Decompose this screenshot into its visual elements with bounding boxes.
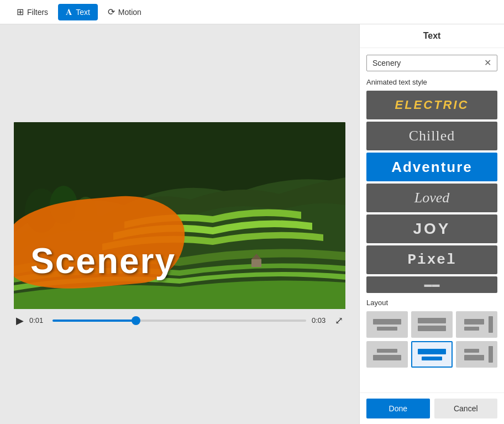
play-icon: ▶ <box>16 315 24 327</box>
layout-bar-sm <box>377 327 398 331</box>
fullscreen-button[interactable]: ⤢ <box>335 315 343 327</box>
text-style-adventure[interactable]: Adventure <box>366 153 497 181</box>
text-label: Text <box>76 8 90 17</box>
video-area: Scenery ▶ 0:01 0:03 ⤢ <box>0 24 359 424</box>
panel-title: Text <box>360 24 504 48</box>
filters-label: Filters <box>27 8 48 17</box>
motion-label: Motion <box>118 8 141 17</box>
search-box: ✕ <box>366 55 497 71</box>
svg-rect-1 <box>251 259 261 267</box>
current-time: 0:01 <box>29 316 47 324</box>
video-background: Scenery <box>14 122 345 309</box>
motion-button[interactable]: ⟳ Motion <box>100 3 149 20</box>
animated-text-style-label: Animated text style <box>366 78 497 86</box>
layout-bar <box>373 355 401 360</box>
motion-icon: ⟳ <box>108 7 115 17</box>
layout-item-3[interactable] <box>456 311 497 338</box>
layout-bar-sm <box>422 357 443 360</box>
text-style-pixel[interactable]: Pixel <box>366 245 497 274</box>
fullscreen-icon: ⤢ <box>335 315 343 326</box>
search-input[interactable] <box>372 59 484 67</box>
seek-thumb[interactable] <box>132 316 140 325</box>
toolbar: ⊞ Filters 𝐀 Text ⟳ Motion <box>0 0 504 24</box>
text-style-electric[interactable]: ELECTRIC <box>366 91 497 119</box>
layout-grid <box>366 311 497 368</box>
layout-item-5[interactable] <box>411 341 453 368</box>
text-style-chilled[interactable]: Chilled <box>366 122 497 150</box>
layout-item-1[interactable] <box>366 311 408 338</box>
main-layout: Scenery ▶ 0:01 0:03 ⤢ Text <box>0 24 504 424</box>
filters-button[interactable]: ⊞ Filters <box>9 3 56 20</box>
video-controls: ▶ 0:01 0:03 ⤢ <box>14 315 345 327</box>
right-panel: Text ✕ Animated text style ELECTRIC Chil… <box>359 24 504 424</box>
layout-item-4[interactable] <box>366 341 408 368</box>
play-button[interactable]: ▶ <box>16 315 24 327</box>
layout-bar <box>418 349 445 354</box>
layout-label: Layout <box>366 299 497 307</box>
close-icon: ✕ <box>484 58 491 67</box>
layout-item-6[interactable] <box>456 341 497 368</box>
panel-content: ✕ Animated text style ELECTRIC Chilled A… <box>360 48 504 392</box>
seek-progress <box>53 320 136 322</box>
text-icon: 𝐀 <box>66 7 72 17</box>
filters-icon: ⊞ <box>17 7 24 17</box>
layout-bar <box>418 318 445 323</box>
layout-bar <box>373 319 401 324</box>
panel-footer: Done Cancel <box>360 392 504 424</box>
text-style-partial[interactable]: ▬▬ <box>366 276 497 293</box>
cancel-button[interactable]: Cancel <box>434 399 498 418</box>
seek-bar[interactable] <box>53 320 306 322</box>
video-container: Scenery <box>14 122 345 309</box>
text-style-joy[interactable]: JOY <box>366 214 497 243</box>
done-button[interactable]: Done <box>366 399 430 418</box>
total-time: 0:03 <box>312 316 329 324</box>
text-style-loved[interactable]: Loved <box>366 184 497 212</box>
layout-bar <box>418 326 445 331</box>
layout-item-2[interactable] <box>411 311 453 338</box>
text-button[interactable]: 𝐀 Text <box>58 4 98 20</box>
layout-bar-sm <box>377 349 398 353</box>
search-clear-button[interactable]: ✕ <box>484 59 491 67</box>
video-text-overlay: Scenery <box>30 240 176 281</box>
